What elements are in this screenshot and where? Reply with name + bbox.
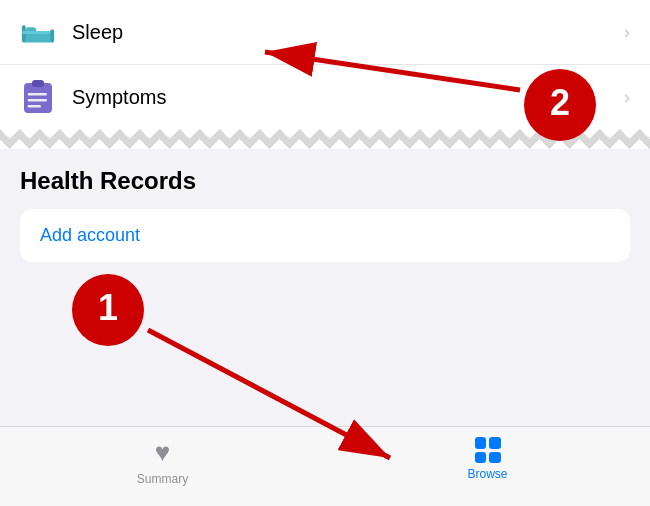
svg-rect-5 [24, 83, 52, 113]
svg-rect-9 [29, 105, 41, 108]
svg-rect-6 [32, 80, 44, 87]
sleep-list-item[interactable]: Sleep › [0, 0, 650, 65]
svg-point-11 [28, 99, 30, 101]
symptoms-chevron: › [624, 87, 630, 108]
zigzag-separator [0, 129, 650, 149]
svg-point-18 [72, 274, 144, 346]
browse-grid-icon [475, 437, 501, 463]
svg-rect-3 [22, 31, 54, 34]
health-records-section: Health Records Add account [0, 149, 650, 274]
tab-bar: ♥ Summary Browse [0, 426, 650, 506]
list-section: Sleep › Sympto [0, 0, 650, 129]
svg-text:1: 1 [98, 287, 118, 328]
app-container: Sleep › Sympto [0, 0, 650, 274]
tab-summary[interactable]: ♥ Summary [0, 437, 325, 486]
svg-rect-0 [22, 33, 54, 42]
svg-point-10 [28, 93, 30, 95]
symptoms-list-item[interactable]: Symptoms › [0, 65, 650, 129]
svg-rect-4 [50, 29, 54, 42]
add-account-box: Add account [20, 209, 630, 262]
heart-icon: ♥ [155, 437, 170, 468]
sleep-icon [20, 14, 56, 50]
svg-rect-8 [29, 99, 47, 102]
add-account-link[interactable]: Add account [40, 225, 140, 245]
svg-rect-7 [29, 93, 47, 96]
svg-point-12 [28, 105, 30, 107]
tab-browse[interactable]: Browse [325, 437, 650, 481]
sleep-chevron: › [624, 22, 630, 43]
health-records-title: Health Records [20, 167, 630, 195]
symptoms-icon [20, 79, 56, 115]
symptoms-label: Symptoms [72, 86, 624, 109]
tab-summary-label: Summary [137, 472, 188, 486]
sleep-label: Sleep [72, 21, 624, 44]
tab-browse-label: Browse [467, 467, 507, 481]
